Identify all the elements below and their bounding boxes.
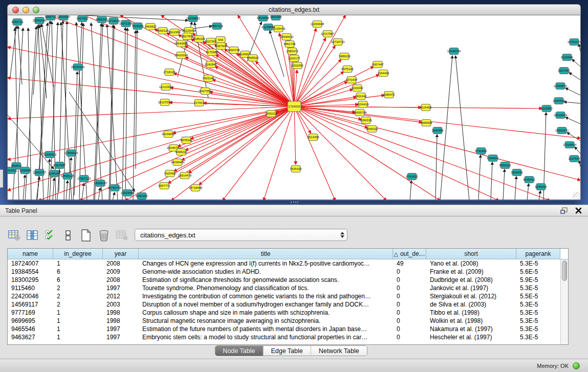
column-header-short[interactable]: short	[426, 249, 516, 259]
table-selector-combobox[interactable]: citations_edges.txt	[135, 229, 347, 241]
graph-node[interactable]: 9175685	[206, 49, 218, 56]
graph-node[interactable]: 2718126	[163, 69, 176, 76]
graph-node[interactable]: 14358167	[94, 180, 107, 187]
edge[interactable]	[294, 106, 296, 164]
table-cell[interactable]: 1	[53, 325, 103, 333]
edge[interactable]	[69, 92, 135, 191]
graph-node[interactable]: 10653287	[57, 15, 71, 20]
edge[interactable]	[185, 57, 294, 106]
graph-node[interactable]: 317003	[194, 100, 205, 106]
graph-node[interactable]: 5878342	[180, 137, 192, 144]
table-cell[interactable]: Disruption of a novel member of a sodium…	[139, 300, 393, 309]
table-cell[interactable]: 1998	[103, 309, 139, 317]
tab-network-table[interactable]: Network Table	[311, 346, 367, 356]
graph-node[interactable]: 1585472	[286, 48, 298, 55]
table-cell[interactable]: 2008	[103, 259, 139, 268]
graph-node[interactable]: 16107554	[158, 99, 172, 106]
table-cell[interactable]: 0	[393, 309, 426, 317]
table-cell[interactable]: Dudbridge et al. (2008)	[426, 276, 516, 284]
close-window-button[interactable]	[12, 7, 19, 13]
graph-node[interactable]: 1167534	[569, 156, 580, 162]
window-titlebar[interactable]: citations_edges.txt	[7, 4, 581, 15]
table-row[interactable]: 911546021997Tourette syndrome. Phenomeno…	[8, 284, 560, 292]
table-cell[interactable]: 9115460	[8, 284, 53, 292]
table-cell[interactable]: 19384554	[8, 268, 53, 276]
table-vertical-scrollbar[interactable]	[560, 259, 568, 344]
graph-node[interactable]: 1244419	[553, 98, 565, 104]
edge[interactable]	[294, 106, 386, 200]
edge[interactable]	[82, 183, 84, 200]
table-cell[interactable]: 5.3E-5	[516, 325, 560, 333]
table-cell[interactable]: Hescheler et al. (1997)	[426, 333, 516, 341]
graph-node[interactable]: 8813054	[257, 15, 269, 21]
graph-node[interactable]: 9290102	[136, 193, 148, 200]
edge[interactable]	[38, 21, 50, 187]
edge[interactable]	[575, 147, 580, 154]
graph-node[interactable]: 2568520	[247, 55, 259, 61]
table-cell[interactable]: Changes of HCN gene expression and I(f) …	[139, 259, 393, 268]
table-cell[interactable]: Stergiakouli et al. (2012)	[426, 292, 516, 300]
graph-node[interactable]: 9164021	[487, 155, 499, 162]
graph-node[interactable]: 1067447	[372, 61, 384, 68]
table-cell[interactable]: 2003	[103, 300, 139, 309]
edge[interactable]	[8, 106, 294, 119]
table-cell[interactable]: Wolkin et al. (1998)	[426, 317, 516, 325]
edge[interactable]	[179, 35, 294, 106]
graph-node[interactable]: 9657771	[158, 183, 170, 189]
graph-node[interactable]: 7485033	[338, 53, 351, 60]
graph-node[interactable]: 16033803	[186, 15, 200, 22]
graph-node[interactable]: 7425402	[164, 170, 176, 177]
minimize-window-button[interactable]	[23, 7, 29, 13]
graph-node[interactable]: 9245042	[535, 184, 547, 190]
graph-node[interactable]: 8549322	[366, 126, 378, 133]
edge[interactable]	[36, 177, 39, 200]
graph-node[interactable]: 14955798	[353, 110, 367, 116]
table-cell[interactable]: Corpus callosum shape and size in male p…	[139, 309, 393, 317]
graph-node[interactable]: 9115460	[420, 104, 432, 111]
graph-node[interactable]: 19166852	[162, 131, 176, 138]
edge[interactable]	[13, 28, 23, 200]
graph-node[interactable]: 9055717	[45, 15, 57, 20]
graph-node[interactable]: 1071647	[345, 77, 358, 83]
graph-node[interactable]: 17957223	[77, 176, 91, 182]
graph-node[interactable]: 8427552	[199, 88, 211, 95]
table-cell[interactable]: Jankovic et al. (1997)	[426, 284, 516, 292]
graph-node[interactable]: 1185472	[383, 92, 396, 98]
edge[interactable]	[294, 106, 542, 108]
edge[interactable]	[569, 73, 580, 80]
float-panel-icon[interactable]	[559, 207, 569, 215]
table-cell[interactable]: 14569117	[8, 300, 53, 309]
table-cell[interactable]: 2009	[103, 268, 139, 276]
delete-table-icon[interactable]	[97, 228, 111, 243]
graph-node[interactable]: 16210643	[554, 112, 568, 119]
table-cell[interactable]: 5.3E-5	[516, 284, 560, 292]
edge[interactable]	[15, 28, 19, 200]
column-header-name[interactable]: name	[8, 249, 53, 259]
graph-node[interactable]: 9154419	[357, 101, 369, 108]
edge[interactable]	[95, 24, 103, 200]
graph-node[interactable]: 7515526	[132, 23, 144, 30]
network-canvas[interactable]: 7463822866012489129542322605838275038186…	[7, 15, 581, 200]
table-cell[interactable]: Investigating the contribution of common…	[139, 292, 393, 300]
table-row[interactable]: 977716911998Corpus callosum shape and si…	[8, 309, 560, 317]
graph-node[interactable]: 8186328	[193, 36, 205, 42]
zoom-window-button[interactable]	[33, 7, 39, 13]
table-row[interactable]: 969969511998Structural magnetic resonanc…	[8, 317, 560, 325]
table-cell[interactable]: 5.3E-5	[516, 333, 560, 341]
edge[interactable]	[294, 46, 335, 106]
create-table-icon[interactable]	[79, 228, 93, 243]
graph-node[interactable]: 9327505	[205, 38, 217, 45]
table-row[interactable]: 1872400712008Changes of HCN gene express…	[8, 259, 560, 268]
table-cell[interactable]: 49	[393, 259, 426, 268]
graph-node[interactable]: 7625426	[290, 166, 302, 172]
table-cell[interactable]: 1998	[103, 317, 139, 325]
table-cell[interactable]: 2	[53, 300, 103, 309]
row-options-icon[interactable]	[61, 228, 75, 243]
table-cell[interactable]: 0	[393, 276, 426, 284]
table-cell[interactable]: 9465546	[8, 325, 53, 333]
table-cell[interactable]: 18300295	[8, 276, 53, 284]
close-panel-icon[interactable]	[574, 207, 583, 215]
edge[interactable]	[133, 31, 136, 200]
table-cell[interactable]: Yano et al. (2008)	[426, 259, 516, 268]
graph-node[interactable]: 8454749	[228, 47, 240, 54]
